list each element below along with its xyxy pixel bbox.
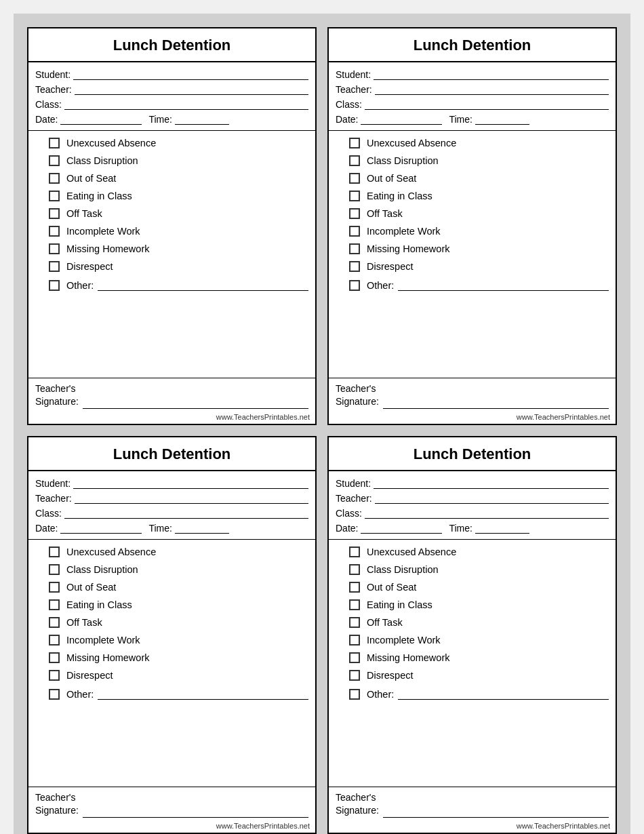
check-item-4[interactable]: Off Task bbox=[49, 208, 308, 219]
checkbox-6[interactable] bbox=[49, 243, 60, 254]
other-checkbox[interactable] bbox=[349, 689, 360, 700]
check-item-3[interactable]: Eating in Class bbox=[349, 599, 609, 610]
check-item-5[interactable]: Incomplete Work bbox=[49, 635, 308, 646]
date-label: Date: bbox=[35, 114, 58, 125]
check-label-5: Incomplete Work bbox=[367, 635, 441, 646]
other-row[interactable]: Other: bbox=[49, 279, 308, 291]
class-label: Class: bbox=[35, 99, 62, 110]
signature-section: Teacher's Signature: bbox=[28, 378, 315, 412]
checkbox-5[interactable] bbox=[49, 226, 60, 237]
card-title: Lunch Detention bbox=[329, 437, 616, 471]
check-label-4: Off Task bbox=[66, 208, 102, 219]
checkbox-3[interactable] bbox=[49, 599, 60, 610]
other-row[interactable]: Other: bbox=[49, 688, 308, 700]
checkbox-7[interactable] bbox=[49, 670, 60, 681]
checkbox-5[interactable] bbox=[49, 635, 60, 646]
checkbox-0[interactable] bbox=[49, 547, 60, 557]
class-row: Class: bbox=[336, 507, 609, 519]
check-item-1[interactable]: Class Disruption bbox=[349, 155, 609, 166]
checkbox-2[interactable] bbox=[349, 582, 360, 593]
checkbox-6[interactable] bbox=[349, 243, 360, 254]
check-item-6[interactable]: Missing Homework bbox=[349, 243, 609, 254]
check-item-2[interactable]: Out of Seat bbox=[49, 582, 308, 593]
checkbox-5[interactable] bbox=[349, 226, 360, 237]
student-line bbox=[73, 477, 308, 489]
check-item-4[interactable]: Off Task bbox=[349, 208, 609, 219]
checkbox-4[interactable] bbox=[49, 208, 60, 219]
check-item-3[interactable]: Eating in Class bbox=[49, 599, 308, 610]
check-item-1[interactable]: Class Disruption bbox=[349, 564, 609, 575]
check-label-7: Disrespect bbox=[367, 261, 414, 272]
detention-card-2: Lunch DetentionStudent:Teacher:Class: Da… bbox=[327, 27, 617, 425]
check-item-5[interactable]: Incomplete Work bbox=[49, 226, 308, 237]
checkbox-6[interactable] bbox=[49, 652, 60, 663]
student-row: Student: bbox=[35, 477, 308, 489]
other-line bbox=[98, 279, 308, 291]
other-checkbox[interactable] bbox=[349, 280, 360, 291]
checkbox-4[interactable] bbox=[349, 617, 360, 628]
checkbox-3[interactable] bbox=[49, 191, 60, 201]
date-line bbox=[361, 521, 442, 534]
date-line bbox=[60, 113, 142, 125]
checkbox-0[interactable] bbox=[349, 138, 360, 148]
check-item-7[interactable]: Disrespect bbox=[349, 261, 609, 272]
student-line bbox=[73, 68, 308, 80]
checkbox-3[interactable] bbox=[349, 191, 360, 201]
check-label-3: Eating in Class bbox=[367, 191, 432, 201]
checkbox-0[interactable] bbox=[349, 547, 360, 557]
checkbox-7[interactable] bbox=[349, 670, 360, 681]
other-row[interactable]: Other: bbox=[349, 688, 609, 700]
checkbox-1[interactable] bbox=[49, 155, 60, 166]
check-item-3[interactable]: Eating in Class bbox=[49, 191, 308, 201]
checkbox-0[interactable] bbox=[49, 138, 60, 148]
other-checkbox[interactable] bbox=[49, 689, 60, 700]
checkbox-2[interactable] bbox=[49, 173, 60, 184]
checkbox-4[interactable] bbox=[49, 617, 60, 628]
check-label-6: Missing Homework bbox=[66, 652, 149, 663]
checkbox-1[interactable] bbox=[49, 564, 60, 575]
check-item-2[interactable]: Out of Seat bbox=[349, 582, 609, 593]
checkbox-4[interactable] bbox=[349, 208, 360, 219]
student-label: Student: bbox=[336, 69, 371, 80]
checkbox-3[interactable] bbox=[349, 599, 360, 610]
check-item-3[interactable]: Eating in Class bbox=[349, 191, 609, 201]
check-item-4[interactable]: Off Task bbox=[49, 617, 308, 628]
check-item-2[interactable]: Out of Seat bbox=[49, 173, 308, 184]
check-item-5[interactable]: Incomplete Work bbox=[349, 635, 609, 646]
check-label-1: Class Disruption bbox=[66, 155, 138, 166]
check-item-2[interactable]: Out of Seat bbox=[349, 173, 609, 184]
time-label: Time: bbox=[148, 114, 172, 125]
signature-line1: Teacher's bbox=[35, 791, 79, 805]
other-checkbox[interactable] bbox=[49, 280, 60, 291]
check-item-7[interactable]: Disrespect bbox=[49, 261, 308, 272]
check-item-1[interactable]: Class Disruption bbox=[49, 564, 308, 575]
checkbox-5[interactable] bbox=[349, 635, 360, 646]
checkbox-7[interactable] bbox=[349, 261, 360, 272]
other-row[interactable]: Other: bbox=[349, 279, 609, 291]
check-item-5[interactable]: Incomplete Work bbox=[349, 226, 609, 237]
check-item-4[interactable]: Off Task bbox=[349, 617, 609, 628]
check-item-6[interactable]: Missing Homework bbox=[349, 652, 609, 663]
check-item-6[interactable]: Missing Homework bbox=[49, 652, 308, 663]
check-item-0[interactable]: Unexcused Absence bbox=[49, 138, 308, 148]
class-row: Class: bbox=[336, 98, 609, 110]
checkbox-1[interactable] bbox=[349, 155, 360, 166]
check-item-1[interactable]: Class Disruption bbox=[49, 155, 308, 166]
check-item-7[interactable]: Disrespect bbox=[349, 670, 609, 681]
checkbox-6[interactable] bbox=[349, 652, 360, 663]
check-item-6[interactable]: Missing Homework bbox=[49, 243, 308, 254]
checkbox-2[interactable] bbox=[349, 173, 360, 184]
class-label: Class: bbox=[336, 508, 362, 519]
datetime-row: Date: Time: bbox=[35, 113, 308, 125]
checklist: Unexcused Absence Class Disruption Out o… bbox=[329, 540, 616, 787]
checkbox-7[interactable] bbox=[49, 261, 60, 272]
checkbox-1[interactable] bbox=[349, 564, 360, 575]
student-label: Student: bbox=[336, 478, 371, 489]
class-row: Class: bbox=[35, 507, 308, 519]
check-item-0[interactable]: Unexcused Absence bbox=[349, 138, 609, 148]
check-item-7[interactable]: Disrespect bbox=[49, 670, 308, 681]
check-item-0[interactable]: Unexcused Absence bbox=[349, 547, 609, 557]
check-item-0[interactable]: Unexcused Absence bbox=[49, 547, 308, 557]
checkbox-2[interactable] bbox=[49, 582, 60, 593]
teacher-label: Teacher: bbox=[35, 84, 72, 95]
